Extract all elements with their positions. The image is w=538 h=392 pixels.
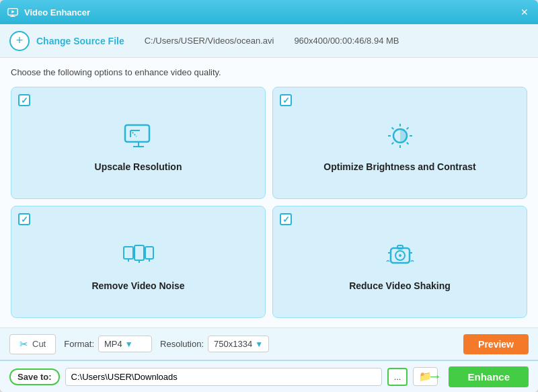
resolution-dropdown-arrow: ▼ — [255, 340, 263, 349]
subtitle-text: Choose the following options to enhance … — [11, 67, 527, 77]
options-grid: Upscale Resolution — [11, 87, 527, 318]
checkbox-noise[interactable] — [18, 213, 30, 225]
scissors-icon: ✂ — [20, 338, 28, 350]
svg-rect-20 — [124, 247, 133, 259]
svg-marker-3 — [11, 10, 15, 13]
checkbox-shaking[interactable] — [280, 213, 292, 225]
resolution-value: 750x1334 — [214, 339, 252, 349]
upscale-label: Upscale Resolution — [95, 161, 182, 172]
noise-label: Remove Video Noise — [91, 280, 184, 291]
save-bar: Save to: ... 📁 Enhance — [0, 360, 538, 392]
option-noise[interactable]: Remove Video Noise — [11, 206, 266, 318]
main-window: Video Enhancer ✕ + Change Source File C:… — [0, 0, 538, 392]
window-controls: ✕ — [518, 5, 531, 19]
svg-line-17 — [406, 142, 408, 144]
noise-icon — [120, 236, 157, 274]
resolution-dropdown[interactable]: 750x1334 ▼ — [208, 336, 269, 352]
shaking-icon — [381, 236, 419, 274]
resolution-label: Resolution: — [160, 339, 204, 349]
preview-button[interactable]: Preview — [463, 334, 529, 354]
svg-rect-22 — [145, 247, 153, 259]
upscale-icon — [120, 117, 157, 155]
format-dropdown[interactable]: MP4 ▼ — [98, 336, 152, 352]
source-file-meta: 960x400/00:00:46/8.94 MB — [294, 36, 399, 46]
add-source-button[interactable]: + — [9, 31, 30, 51]
format-label: Format: — [64, 339, 94, 349]
content-area: Choose the following options to enhance … — [0, 58, 538, 327]
format-dropdown-arrow: ▼ — [125, 340, 133, 349]
change-source-label[interactable]: Change Source File — [36, 36, 124, 46]
app-icon — [7, 6, 19, 18]
enhance-button[interactable]: Enhance — [449, 366, 529, 387]
option-shaking[interactable]: Reduce Video Shaking — [272, 206, 527, 318]
source-bar: + Change Source File C:/Users/USER/Video… — [0, 24, 538, 58]
window-title: Video Enhancer — [24, 7, 518, 17]
svg-line-19 — [391, 142, 393, 144]
svg-point-30 — [399, 254, 401, 257]
save-to-label: Save to: — [9, 368, 60, 385]
title-bar: Video Enhancer ✕ — [0, 0, 538, 24]
option-upscale[interactable]: Upscale Resolution — [11, 87, 266, 199]
svg-rect-21 — [134, 245, 144, 260]
browse-dots-button[interactable]: ... — [387, 368, 408, 386]
format-group: Format: MP4 ▼ — [64, 336, 152, 352]
svg-line-8 — [130, 130, 137, 136]
add-icon: + — [16, 34, 24, 48]
cut-button[interactable]: ✂ Cut — [9, 334, 56, 354]
format-value: MP4 — [104, 339, 122, 349]
shaking-label: Reduce Video Shaking — [349, 280, 451, 291]
save-path-input[interactable] — [65, 368, 382, 386]
svg-rect-4 — [125, 125, 149, 142]
checkbox-upscale[interactable] — [18, 94, 30, 106]
source-file-path: C:/Users/USER/Videos/ocean.avi — [145, 36, 274, 46]
option-brightness[interactable]: Optimize Brightness and Contrast — [272, 87, 527, 199]
resolution-group: Resolution: 750x1334 ▼ — [160, 336, 269, 352]
cut-label: Cut — [32, 339, 46, 349]
toolbar-bar: ✂ Cut Format: MP4 ▼ Resolution: 750x1334… — [0, 327, 538, 360]
svg-line-18 — [406, 127, 408, 129]
checkbox-brightness[interactable] — [280, 94, 292, 106]
brightness-label: Optimize Brightness and Contrast — [323, 161, 475, 172]
brightness-icon — [381, 117, 419, 155]
close-button[interactable]: ✕ — [518, 5, 531, 19]
svg-line-16 — [391, 127, 393, 129]
svg-rect-31 — [397, 245, 403, 249]
